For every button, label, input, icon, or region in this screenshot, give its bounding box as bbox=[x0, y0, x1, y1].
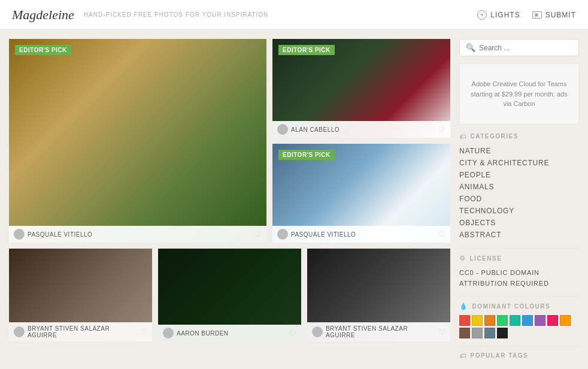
photo-author-4: BRYANT STIVEN SALAZAR AGUIRRE bbox=[14, 325, 140, 338]
ad-text: Adobe Creative Cloud for Teams starting … bbox=[471, 80, 567, 107]
swatch-yellow[interactable] bbox=[472, 315, 483, 326]
color-swatches bbox=[459, 315, 579, 338]
swatch-green[interactable] bbox=[497, 315, 508, 326]
category-abstract[interactable]: ABSTRACT bbox=[459, 229, 579, 241]
swatch-black[interactable] bbox=[497, 328, 508, 338]
swatch-blue[interactable] bbox=[522, 315, 533, 326]
photo-footer-2: ALAN CABELLO ♡ bbox=[272, 121, 450, 138]
header-right: ☀ LIGHTS ▣ SUBMIT bbox=[477, 10, 576, 20]
license-label: LICENSE bbox=[470, 255, 502, 262]
photo-footer-4: BRYANT STIVEN SALAZAR AGUIRRE ♡ bbox=[9, 322, 152, 341]
avatar-1 bbox=[14, 229, 25, 240]
author-name-5: AARON BURDEN bbox=[177, 330, 229, 337]
swatch-orange[interactable] bbox=[484, 315, 495, 326]
avatar-5 bbox=[163, 328, 174, 338]
site-title: Magdeleine bbox=[12, 7, 74, 23]
site-tagline: Hand-picked free photos for your inspira… bbox=[84, 11, 268, 18]
site-header: Magdeleine Hand-picked free photos for y… bbox=[0, 0, 588, 30]
swatch-teal[interactable] bbox=[510, 315, 520, 326]
sidebar: 🔍 Adobe Creative Cloud for Teams startin… bbox=[459, 39, 579, 367]
tags-section: 🏷 POPULAR TAGS bbox=[459, 352, 579, 359]
categories-label: CATEGORIES bbox=[471, 133, 519, 140]
photo-footer-6: BRYANT STIVEN SALAZAR AGUIRRE ♡ bbox=[307, 322, 450, 341]
photo-footer-1: PASQUALE VITIELLO ♡ bbox=[9, 226, 266, 243]
lights-label: LIGHTS bbox=[490, 11, 520, 19]
divider-1 bbox=[459, 248, 579, 249]
header-left: Magdeleine Hand-picked free photos for y… bbox=[12, 7, 268, 23]
license-icon: ⚙ bbox=[459, 255, 466, 262]
photo-author-6: BRYANT STIVEN SALAZAR AGUIRRE bbox=[312, 325, 438, 338]
tags-title: 🏷 POPULAR TAGS bbox=[459, 352, 579, 359]
submit-button[interactable]: ▣ SUBMIT bbox=[532, 11, 576, 19]
colours-section: 💧 DOMINANT COLOURS bbox=[459, 303, 579, 338]
colours-title: 💧 DOMINANT COLOURS bbox=[459, 303, 579, 310]
popular-tags-icon: 🏷 bbox=[459, 352, 467, 359]
search-icon: 🔍 bbox=[466, 43, 475, 52]
category-city-architecture[interactable]: CITY & ARCHITECTURE bbox=[459, 157, 579, 169]
avatar-6 bbox=[312, 326, 323, 337]
photo-item-medium-2[interactable]: EDITOR'S PICK PASQUALE VITIELLO ♡ bbox=[272, 144, 450, 243]
swatch-blue-grey[interactable] bbox=[484, 328, 495, 338]
editor-pick-badge-3: EDITOR'S PICK bbox=[278, 150, 335, 160]
colours-label: DOMINANT COLOURS bbox=[472, 303, 551, 310]
category-food[interactable]: FOOD bbox=[459, 193, 579, 205]
colour-icon: 💧 bbox=[459, 303, 469, 310]
author-name-1: PASQUALE VITIELLO bbox=[28, 231, 92, 238]
like-button-2[interactable]: ♡ bbox=[438, 125, 445, 134]
photo-item-bottom-2[interactable]: AARON BURDEN ♡ bbox=[158, 249, 301, 341]
editor-pick-badge: EDITOR'S PICK bbox=[15, 45, 71, 55]
like-button-1[interactable]: ♡ bbox=[254, 230, 262, 239]
photo-right-col: EDITOR'S PICK ALAN CABELLO ♡ EDITOR'S PI… bbox=[272, 39, 450, 243]
photo-footer-5: AARON BURDEN ♡ bbox=[158, 325, 301, 341]
photo-item-large[interactable]: EDITOR'S PICK PASQUALE VITIELLO ♡ bbox=[9, 39, 266, 243]
license-section: ⚙ LICENSE CC0 - PUBLIC DOMAIN ATTRIBUTIO… bbox=[459, 255, 579, 289]
photo-author-3: PASQUALE VITIELLO bbox=[277, 229, 356, 240]
author-name-3: PASQUALE VITIELLO bbox=[291, 231, 356, 238]
photo-author-1: PASQUALE VITIELLO bbox=[14, 229, 92, 240]
license-attribution[interactable]: ATTRIBUTION REQUIRED bbox=[459, 278, 579, 289]
category-animals[interactable]: ANIMALS bbox=[459, 181, 579, 193]
like-button-6[interactable]: ♡ bbox=[438, 328, 445, 337]
category-objects[interactable]: OBJECTS bbox=[459, 217, 579, 229]
license-cc0[interactable]: CC0 - PUBLIC DOMAIN bbox=[459, 267, 579, 278]
tag-icon: 🏷 bbox=[459, 133, 467, 140]
grid-top-row: EDITOR'S PICK PASQUALE VITIELLO ♡ EDITOR… bbox=[9, 39, 450, 243]
photo-author-5: AARON BURDEN bbox=[163, 328, 229, 338]
monitor-icon: ▣ bbox=[532, 11, 542, 19]
author-name-6: BRYANT STIVEN SALAZAR AGUIRRE bbox=[326, 325, 438, 338]
swatch-red[interactable] bbox=[459, 315, 470, 326]
search-box[interactable]: 🔍 bbox=[459, 39, 579, 56]
photo-item-bottom-3[interactable]: BRYANT STIVEN SALAZAR AGUIRRE ♡ bbox=[307, 249, 450, 341]
license-title: ⚙ LICENSE bbox=[459, 255, 579, 262]
photo-author-2: ALAN CABELLO bbox=[277, 124, 340, 135]
categories-title: 🏷 CATEGORIES bbox=[459, 133, 579, 140]
category-people[interactable]: PEOPLE bbox=[459, 169, 579, 181]
categories-section: 🏷 CATEGORIES NATURE CITY & ARCHITECTURE … bbox=[459, 133, 579, 241]
editor-pick-badge-2: EDITOR'S PICK bbox=[278, 45, 335, 55]
photo-item-bottom-1[interactable]: BRYANT STIVEN SALAZAR AGUIRRE ♡ bbox=[9, 249, 152, 341]
swatch-pink[interactable] bbox=[547, 315, 558, 326]
photo-grid: EDITOR'S PICK PASQUALE VITIELLO ♡ EDITOR… bbox=[9, 39, 450, 367]
photo-footer-3: PASQUALE VITIELLO ♡ bbox=[272, 226, 450, 243]
lights-button[interactable]: ☀ LIGHTS bbox=[477, 10, 520, 20]
category-technology[interactable]: TECHNOLOGY bbox=[459, 205, 579, 217]
search-input[interactable] bbox=[479, 44, 572, 52]
avatar-2 bbox=[277, 124, 288, 135]
lights-icon: ☀ bbox=[477, 10, 487, 20]
swatch-grey[interactable] bbox=[472, 328, 483, 338]
tags-label: POPULAR TAGS bbox=[471, 352, 529, 359]
swatch-amber[interactable] bbox=[560, 315, 571, 326]
submit-label: SUBMIT bbox=[545, 11, 576, 19]
author-name-4: BRYANT STIVEN SALAZAR AGUIRRE bbox=[28, 325, 140, 338]
like-button-5[interactable]: ♡ bbox=[289, 329, 296, 338]
category-nature[interactable]: NATURE bbox=[459, 145, 579, 157]
divider-3 bbox=[459, 346, 579, 346]
author-name-2: ALAN CABELLO bbox=[291, 126, 340, 133]
swatch-brown[interactable] bbox=[459, 328, 470, 338]
swatch-purple[interactable] bbox=[535, 315, 545, 326]
divider-2 bbox=[459, 296, 579, 297]
like-button-3[interactable]: ♡ bbox=[438, 230, 445, 239]
avatar-3 bbox=[277, 229, 288, 240]
like-button-4[interactable]: ♡ bbox=[140, 328, 147, 337]
photo-item-medium-1[interactable]: EDITOR'S PICK ALAN CABELLO ♡ bbox=[272, 39, 450, 138]
